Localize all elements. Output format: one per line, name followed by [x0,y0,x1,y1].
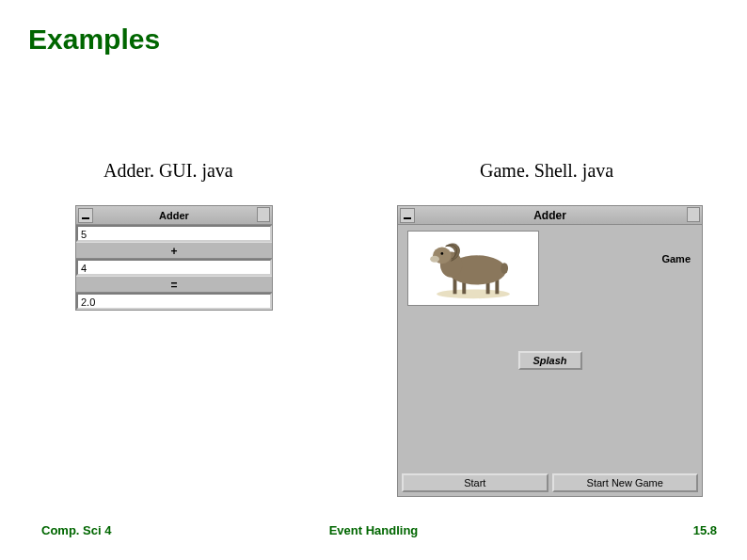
adder-result: 2.0 [76,293,272,310]
start-new-game-button[interactable]: Start New Game [552,473,699,492]
game-button-bar: Start Start New Game [398,470,702,496]
ram-image [407,231,539,306]
game-canvas: Splash [398,312,702,470]
game-top-panel: Game [398,225,702,312]
expand-icon[interactable] [257,207,270,222]
svg-point-11 [501,263,508,274]
footer-center: Event Handling [0,523,747,537]
footer-right: 15.8 [693,523,717,537]
adder-input-1[interactable]: 5 [76,225,272,242]
adder-window: Adder 5 + 4 = 2.0 [75,205,273,311]
splash-button[interactable]: Splash [517,351,581,370]
svg-point-9 [430,256,439,263]
start-button[interactable]: Start [402,473,548,492]
game-side-label: Game [661,253,691,264]
adder-window-title: Adder [76,210,272,221]
equals-label: = [76,276,272,293]
label-addergui: Adder. GUI. java [103,160,233,182]
label-gameshell: Game. Shell. java [480,160,613,182]
slide-title: Examples [28,24,160,56]
game-window: Adder [397,205,703,497]
expand-icon[interactable] [687,207,700,222]
adder-titlebar: Adder [76,206,272,225]
adder-input-2[interactable]: 4 [76,259,272,276]
game-window-title: Adder [398,209,702,222]
plus-label: + [76,242,272,259]
bighorn-sheep-icon [408,232,538,305]
game-titlebar: Adder [398,206,702,225]
svg-point-10 [440,252,443,255]
